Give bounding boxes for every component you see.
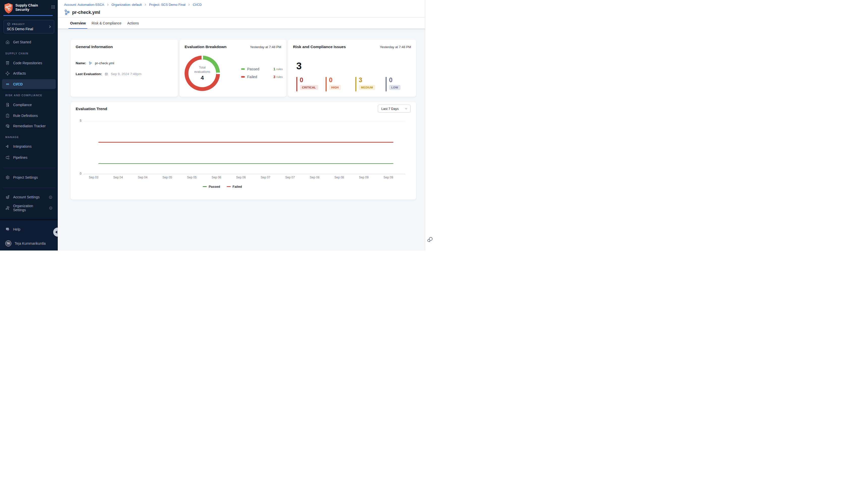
sidebar-item-artifacts[interactable]: Artifacts [2, 68, 56, 78]
share-icon [5, 144, 10, 149]
gear-icon [5, 175, 10, 180]
passed-dash-icon [203, 186, 207, 187]
layers-gear-icon [5, 195, 10, 199]
pipelines-icon [5, 155, 10, 160]
svg-text:?: ? [7, 228, 8, 230]
user-name: Teja Kummarikuntla [14, 242, 46, 245]
sidebar-item-account-settings[interactable]: Account Settings [2, 192, 56, 202]
severity-bar [355, 77, 356, 92]
x-tick-label: Sep 03 [85, 175, 102, 179]
tab-actions[interactable]: Actions [126, 18, 141, 29]
x-tick-label: Sep 07 [281, 175, 299, 179]
passed-count: 1 [273, 67, 275, 71]
y-tick-label: 5 [76, 119, 82, 122]
info-icon[interactable] [49, 206, 52, 210]
x-tick-label: Sep 06 [208, 175, 225, 179]
x-tick-label: Sep 09 [379, 175, 397, 179]
chat-bubbles-icon[interactable] [427, 236, 433, 243]
x-axis-line [83, 174, 405, 174]
evaluation-breakdown-card: Evaluation Breakdown Yesterday at 7:48 P… [179, 40, 286, 97]
severity-medium: 3 MEDIUM [355, 77, 375, 92]
collapse-arrow-icon [55, 231, 57, 234]
low-count: 0 [389, 77, 393, 83]
chevron-right-icon [188, 3, 190, 6]
timestamp: Yesterday at 7:48 PM [380, 45, 411, 49]
chevron-right-icon [144, 3, 147, 6]
artifacts-icon [5, 71, 10, 76]
unit-label: rules [276, 67, 283, 71]
chevron-down-icon [405, 107, 408, 110]
sidebar-item-cicd[interactable]: CI/CD [2, 79, 56, 89]
severity-bar [326, 77, 326, 92]
sidebar-item-organization-settings[interactable]: Organization Settings [2, 203, 56, 213]
user-profile[interactable]: TK Teja Kummarikuntla [2, 238, 56, 249]
tab-overview[interactable]: Overview [68, 18, 87, 29]
sidebar-item-label: Rule Definitions [13, 114, 38, 118]
info-icon[interactable] [49, 195, 52, 199]
x-tick-label: Sep 05 [158, 175, 176, 179]
page-header: Account: Automation-SSCA Organization: d… [58, 0, 425, 18]
breadcrumb-cicd[interactable]: CI/CD [193, 3, 201, 7]
sidebar-item-help[interactable]: ? Help [2, 225, 56, 234]
sidebar-item-integrations[interactable]: Integrations [2, 142, 56, 151]
evaluation-trend-card: Evaluation Trend Last 7 Days 5 0 Sep 03S… [71, 102, 416, 200]
severity-high: 0 HIGH [326, 77, 341, 92]
last-evaluation-value: Sep 9, 2024 7:48pm [111, 72, 142, 76]
failed-dash-icon [227, 186, 231, 187]
code-repo-icon [5, 61, 10, 65]
donut-total-value: 4 [201, 75, 204, 81]
sidebar-item-remediation-tracker[interactable]: Remediation Tracker [2, 121, 56, 131]
breadcrumb-organization[interactable]: Organization: default [112, 3, 142, 7]
sidebar-divider [2, 168, 55, 168]
clipboard-check-icon [5, 114, 10, 118]
breadcrumb: Account: Automation-SSCA Organization: d… [64, 3, 202, 7]
calendar-icon [104, 72, 108, 76]
total-issues-count: 3 [296, 61, 302, 72]
legend-label: Failed [232, 185, 242, 189]
breadcrumb-account[interactable]: Account: Automation-SSCA [64, 3, 104, 7]
sidebar-item-label: Get Started [13, 40, 31, 44]
sidebar-item-get-started[interactable]: Get Started [2, 37, 56, 47]
x-tick-label: Sep 06 [232, 175, 250, 179]
app-window: Supply Chain Security PROJECT SCS Demo F… [0, 0, 434, 250]
avatar: TK [5, 241, 11, 246]
sidebar-item-label: Help [13, 227, 20, 231]
sidebar-item-rule-definitions[interactable]: Rule Definitions [2, 111, 56, 120]
project-selector[interactable]: PROJECT SCS Demo Final [3, 20, 54, 33]
passed-swatch [241, 68, 245, 70]
project-name: SCS Demo Final [7, 27, 51, 31]
pipeline-blue-icon [64, 9, 70, 15]
high-count: 0 [329, 77, 333, 83]
grid-menu-icon[interactable] [51, 5, 55, 9]
pipeline-name-value: pr-check.yml [95, 61, 114, 65]
legend-label: Passed [209, 185, 220, 189]
sidebar-item-compliance[interactable]: Compliance [2, 100, 56, 110]
legend-item-passed: Passed 1 rules [241, 66, 283, 72]
main-content: General Information Name: pr-check.yml L… [58, 29, 425, 250]
y-tick-label: 0 [76, 172, 82, 175]
critical-badge: CRITICAL [300, 85, 318, 90]
app-logo: Supply Chain Security [4, 3, 55, 14]
section-manage: MANAGE [5, 136, 19, 139]
severity-bar [386, 77, 387, 92]
unit-label: rules [276, 75, 283, 78]
sidebar-item-label: Artifacts [13, 71, 26, 75]
card-title: Evaluation Trend [76, 107, 107, 111]
org-gear-icon [5, 206, 10, 210]
sidebar-item-code-repositories[interactable]: Code Repositories [2, 58, 56, 68]
shield-logo-icon [4, 3, 13, 14]
chevron-right-icon [106, 3, 109, 6]
home-icon [5, 40, 10, 44]
trend-plot: 5 0 Sep 03Sep 04Sep 04Sep 05Sep 05Sep 06… [83, 121, 405, 174]
donut-legend: Passed 1 rules Failed 3 rules [241, 66, 283, 79]
tabs-bar: Overview Risk & Compliance Actions [58, 18, 425, 29]
sidebar-item-pipelines[interactable]: Pipelines [2, 153, 56, 162]
breadcrumb-project[interactable]: Project: SCS Demo Final [149, 3, 186, 7]
x-tick-label: Sep 09 [355, 175, 373, 179]
x-tick-label: Sep 04 [134, 175, 151, 179]
tab-risk-compliance[interactable]: Risk & Compliance [90, 18, 123, 29]
sidebar-item-project-settings[interactable]: Project Settings [2, 173, 56, 182]
date-range-dropdown[interactable]: Last 7 Days [378, 105, 410, 113]
pipeline-blue-icon [88, 61, 92, 65]
document-search-icon [5, 103, 10, 107]
